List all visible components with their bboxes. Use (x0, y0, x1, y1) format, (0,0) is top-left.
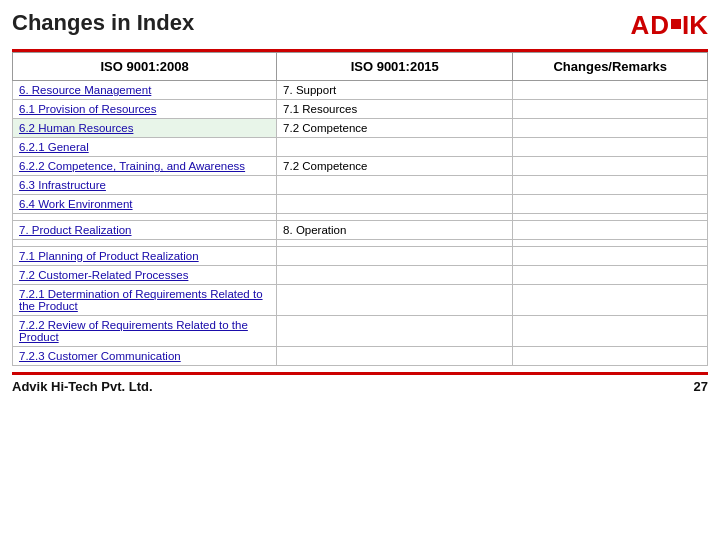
cell-iso2008: 7.2.2 Review of Requirements Related to … (13, 316, 277, 347)
table-row: 6.2 Human Resources7.2 Competence (13, 119, 708, 138)
cell-remarks (513, 176, 708, 195)
table-row: 6. Resource Management7. Support (13, 81, 708, 100)
changes-table: ISO 9001:2008 ISO 9001:2015 Changes/Rema… (12, 52, 708, 366)
cell-iso2015 (277, 285, 513, 316)
table-row: 6.2.1 General (13, 138, 708, 157)
table-row: 7.1 Planning of Product Realization (13, 247, 708, 266)
logo-area: AD IK (630, 10, 708, 41)
cell-iso2008: 6.1 Provision of Resources (13, 100, 277, 119)
cell-iso2008: 7.2 Customer-Related Processes (13, 266, 277, 285)
cell-remarks (513, 119, 708, 138)
footer-company: Advik Hi-Tech Pvt. Ltd. (12, 379, 153, 394)
cell-iso2015 (277, 240, 513, 247)
iso2015-text: 7.2 Competence (283, 160, 367, 172)
cell-iso2008: 6.3 Infrastructure (13, 176, 277, 195)
iso2015-text: 7. Support (283, 84, 336, 96)
cell-iso2015 (277, 138, 513, 157)
cell-iso2008: 7.1 Planning of Product Realization (13, 247, 277, 266)
table-row (13, 240, 708, 247)
iso2008-link[interactable]: 6.2.2 Competence, Training, and Awarenes… (19, 160, 245, 172)
iso2008-link[interactable]: 6.1 Provision of Resources (19, 103, 156, 115)
table-row: 7.2.3 Customer Communication (13, 347, 708, 366)
page-wrapper: Changes in Index AD IK ISO 9001:2008 ISO… (0, 0, 720, 540)
cell-remarks (513, 221, 708, 240)
cell-remarks (513, 195, 708, 214)
cell-iso2008: 6.2.2 Competence, Training, and Awarenes… (13, 157, 277, 176)
cell-iso2008: 6.2.1 General (13, 138, 277, 157)
table-row: 7. Product Realization8. Operation (13, 221, 708, 240)
footer-page: 27 (694, 379, 708, 394)
cell-iso2015: 7.1 Resources (277, 100, 513, 119)
cell-iso2008: 7. Product Realization (13, 221, 277, 240)
iso2008-link[interactable]: 7.2.2 Review of Requirements Related to … (19, 319, 248, 343)
cell-iso2008 (13, 214, 277, 221)
cell-iso2015: 7. Support (277, 81, 513, 100)
cell-remarks (513, 81, 708, 100)
iso2008-link[interactable]: 7.2.3 Customer Communication (19, 350, 181, 362)
iso2008-link[interactable]: 6.4 Work Environment (19, 198, 133, 210)
cell-iso2008: 6.2 Human Resources (13, 119, 277, 138)
table-row: 7.2 Customer-Related Processes (13, 266, 708, 285)
cell-remarks (513, 266, 708, 285)
iso2008-link[interactable]: 7.1 Planning of Product Realization (19, 250, 199, 262)
cell-remarks (513, 316, 708, 347)
footer-row: Advik Hi-Tech Pvt. Ltd. 27 (12, 372, 708, 394)
table-row: 6.3 Infrastructure (13, 176, 708, 195)
cell-remarks (513, 214, 708, 221)
cell-iso2008: 6. Resource Management (13, 81, 277, 100)
cell-remarks (513, 347, 708, 366)
cell-remarks (513, 138, 708, 157)
cell-iso2008: 6.4 Work Environment (13, 195, 277, 214)
iso2008-link[interactable]: 7.2 Customer-Related Processes (19, 269, 188, 281)
page-title: Changes in Index (12, 10, 194, 36)
table-row: 6.1 Provision of Resources7.1 Resources (13, 100, 708, 119)
logo-ik: IK (682, 10, 708, 41)
table-row: 6.2.2 Competence, Training, and Awarenes… (13, 157, 708, 176)
cell-iso2015 (277, 347, 513, 366)
iso2008-link[interactable]: 6.3 Infrastructure (19, 179, 106, 191)
cell-iso2015 (277, 176, 513, 195)
cell-remarks (513, 285, 708, 316)
table-row: 6.4 Work Environment (13, 195, 708, 214)
cell-iso2015 (277, 266, 513, 285)
cell-iso2015 (277, 316, 513, 347)
iso2015-text: 7.1 Resources (283, 103, 357, 115)
cell-iso2008 (13, 240, 277, 247)
iso2015-text: 7.2 Competence (283, 122, 367, 134)
col-header-iso2015: ISO 9001:2015 (277, 53, 513, 81)
iso2008-link[interactable]: 7. Product Realization (19, 224, 132, 236)
col-header-iso2008: ISO 9001:2008 (13, 53, 277, 81)
iso2008-link[interactable]: 6. Resource Management (19, 84, 151, 96)
logo-dot-icon (671, 19, 681, 29)
iso2008-link[interactable]: 7.2.1 Determination of Requirements Rela… (19, 288, 263, 312)
cell-iso2015: 7.2 Competence (277, 157, 513, 176)
cell-iso2015 (277, 214, 513, 221)
table-row: 7.2.1 Determination of Requirements Rela… (13, 285, 708, 316)
cell-iso2008: 7.2.3 Customer Communication (13, 347, 277, 366)
iso2015-text: 8. Operation (283, 224, 346, 236)
cell-iso2015: 7.2 Competence (277, 119, 513, 138)
logo-text: AD (630, 10, 670, 41)
cell-iso2015: 8. Operation (277, 221, 513, 240)
iso2008-link[interactable]: 6.2.1 General (19, 141, 89, 153)
col-header-remarks: Changes/Remarks (513, 53, 708, 81)
cell-iso2015 (277, 195, 513, 214)
cell-remarks (513, 157, 708, 176)
iso2008-link[interactable]: 6.2 Human Resources (19, 122, 133, 134)
table-row: 7.2.2 Review of Requirements Related to … (13, 316, 708, 347)
table-row (13, 214, 708, 221)
cell-remarks (513, 240, 708, 247)
cell-remarks (513, 100, 708, 119)
cell-iso2015 (277, 247, 513, 266)
cell-remarks (513, 247, 708, 266)
cell-iso2008: 7.2.1 Determination of Requirements Rela… (13, 285, 277, 316)
header-row: Changes in Index AD IK (12, 10, 708, 41)
